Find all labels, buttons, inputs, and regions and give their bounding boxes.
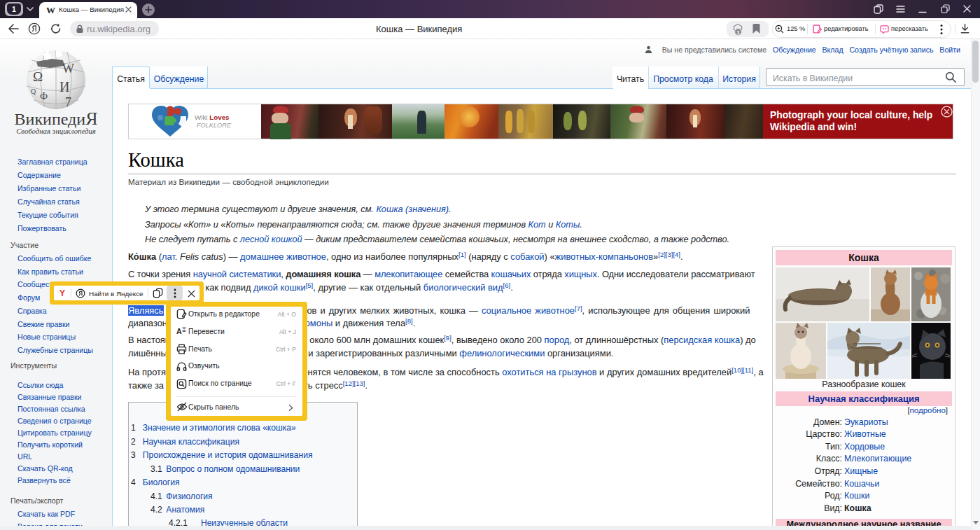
svg-text:И: И [59,79,69,95]
svg-text:A: A [176,327,182,335]
svg-text:7: 7 [65,95,71,109]
svg-text:W: W [62,62,74,76]
svg-text:Q: Q [31,88,36,95]
svg-text:Ω: Ω [33,69,43,84]
svg-text:Ф: Ф [40,91,48,102]
